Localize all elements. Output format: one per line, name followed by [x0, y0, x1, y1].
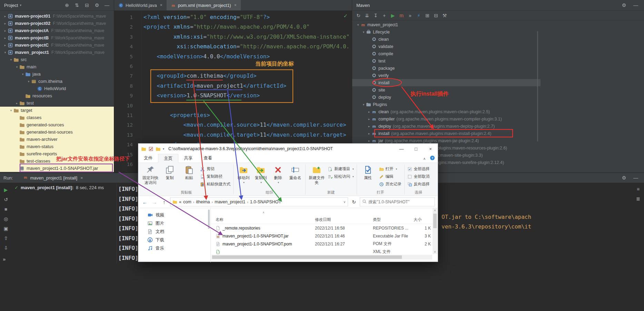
- project-tree-item[interactable]: ▾main: [0, 63, 114, 70]
- maven-tree-item[interactable]: ▸mdeploy(org.apache.maven.plugins:maven-…: [352, 123, 541, 130]
- collapse-all-icon[interactable]: ⊟: [83, 2, 90, 9]
- ribbon-button[interactable]: 打开▾: [379, 166, 402, 172]
- chevron-collapsed-icon[interactable]: ▸: [367, 132, 371, 135]
- settings-gear-icon[interactable]: ⚙: [621, 174, 627, 181]
- column-header[interactable]: 类型: [373, 217, 414, 222]
- ribbon-button[interactable]: 轻松访问▾: [328, 174, 354, 179]
- ribbon-button[interactable]: 全部取消: [407, 174, 430, 179]
- skip-tests-icon[interactable]: »: [407, 12, 414, 19]
- maximize-button[interactable]: □: [409, 144, 423, 154]
- run-tab[interactable]: m maven_project1 [install] ×: [23, 175, 83, 181]
- project-tree-item[interactable]: resources: [0, 92, 114, 99]
- project-tree-item[interactable]: maven-archiver: [0, 136, 114, 143]
- project-tree-item[interactable]: CHelloWorld: [0, 85, 114, 92]
- forward-button[interactable]: →: [151, 199, 158, 205]
- collapse-all-icon[interactable]: ⇩: [2, 244, 9, 251]
- ribbon-tab[interactable]: 文件: [138, 154, 158, 163]
- project-panel-title[interactable]: Project: [4, 3, 18, 8]
- refresh-button[interactable]: ↻: [350, 199, 358, 205]
- search-box[interactable]: [360, 197, 435, 206]
- breadcrumb-dropdown-icon[interactable]: ∨: [343, 200, 346, 204]
- ribbon-button[interactable]: 复制到▾: [252, 164, 269, 184]
- chevron-collapsed-icon[interactable]: ▸: [3, 43, 8, 47]
- settings-gear-icon[interactable]: ⚙: [621, 2, 627, 9]
- ribbon-button[interactable]: 全部选择: [407, 166, 430, 172]
- expand-all-icon[interactable]: ⊞: [424, 12, 431, 19]
- maven-tree-item[interactable]: ▸mclean(org.apache.maven.plugins:maven-c…: [352, 108, 541, 115]
- chevron-collapsed-icon[interactable]: ▸: [367, 110, 371, 114]
- chevron-expanded-icon[interactable]: ▾: [356, 23, 360, 27]
- search-input[interactable]: [368, 200, 433, 204]
- horizontal-scrollbar[interactable]: [211, 255, 432, 260]
- chevron-expanded-icon[interactable]: ▾: [26, 80, 31, 83]
- ribbon-button[interactable]: 编辑: [379, 174, 402, 179]
- vertical-scrollbar[interactable]: ∧∨: [433, 208, 437, 254]
- ribbon-button[interactable]: 重命名: [287, 164, 304, 180]
- column-header[interactable]: 名称: [216, 217, 315, 222]
- up-button[interactable]: ↑: [160, 199, 168, 205]
- chevron-collapsed-icon[interactable]: ▸: [3, 29, 8, 32]
- scroll-from-source-icon[interactable]: ⇅: [73, 2, 80, 9]
- ribbon-button[interactable]: 删除▾: [269, 164, 287, 184]
- settings-gear-icon[interactable]: ⚙: [93, 2, 100, 9]
- build-tool-settings-icon[interactable]: ⚒: [441, 12, 448, 19]
- project-tree-item[interactable]: generated-sources: [0, 121, 114, 128]
- ribbon-button[interactable]: 属性: [358, 164, 378, 180]
- chevron-collapsed-icon[interactable]: ▸: [367, 125, 371, 128]
- more-options-icon[interactable]: »: [3, 256, 6, 262]
- chevron-collapsed-icon[interactable]: ▸: [3, 14, 8, 18]
- file-row[interactable]: maven_project1-1.0-SNAPSHOT.pom2022/12/1…: [211, 240, 438, 248]
- expand-all-icon[interactable]: ⇧: [2, 235, 9, 242]
- rerun-icon[interactable]: ▶: [2, 186, 9, 193]
- sort-indicator-icon[interactable]: ∧: [262, 211, 265, 214]
- reimport-maven-projects-icon[interactable]: ↻: [355, 12, 362, 19]
- chevron-expanded-icon[interactable]: ▾: [9, 109, 13, 112]
- project-tree-item[interactable]: classes: [0, 114, 114, 121]
- project-tree-item[interactable]: ▾target: [0, 107, 114, 114]
- project-tree-item[interactable]: ▸maven-project01F:\WorkSpace\itheima_mav…: [0, 12, 114, 20]
- ribbon-button[interactable]: 粘贴快捷方式: [200, 182, 230, 187]
- editor-tab[interactable]: mpom.xml (maven_project1)×: [167, 0, 241, 10]
- chevron-expanded-icon[interactable]: ▾: [361, 103, 366, 106]
- sidebar-item-music[interactable]: 音乐: [147, 244, 210, 252]
- chevron-collapsed-icon[interactable]: ▸: [367, 117, 371, 121]
- maven-settings-icon[interactable]: m: [398, 12, 405, 19]
- toggle-profiles-icon[interactable]: ⚡: [415, 12, 422, 19]
- close-icon[interactable]: ×: [80, 175, 83, 181]
- maven-tree-item[interactable]: ▾Lifecycle: [352, 28, 541, 36]
- project-tree-item[interactable]: ▸test: [0, 99, 114, 107]
- ribbon-button[interactable]: 固定到快速访问: [141, 164, 160, 185]
- maven-tree-item[interactable]: compile: [352, 50, 541, 57]
- chevron-expanded-icon[interactable]: ▾: [361, 30, 366, 34]
- project-tree-item[interactable]: ▸maven-project02F:\WorkSpace\itheima_mav…: [0, 20, 114, 27]
- project-tree-item[interactable]: ▾src: [0, 56, 114, 63]
- chevron-collapsed-icon[interactable]: ▸: [3, 22, 8, 25]
- chevron-collapsed-icon[interactable]: ▸: [3, 36, 8, 40]
- project-tree-item[interactable]: ▸maven-projectCF:\WorkSpace\itheima_mave: [0, 41, 114, 49]
- breadcrumb-item[interactable]: com: [183, 200, 191, 204]
- column-header[interactable]: 大小: [414, 217, 432, 222]
- maven-tree-item[interactable]: test: [352, 57, 541, 65]
- chevron-expanded-icon[interactable]: ▾: [3, 51, 8, 54]
- ribbon-tab[interactable]: 查看: [198, 154, 218, 163]
- ribbon-button[interactable]: 剪切: [200, 166, 230, 172]
- ribbon-button[interactable]: 复制: [160, 164, 179, 180]
- maven-tree-item[interactable]: package: [352, 65, 541, 72]
- chevron-collapsed-icon[interactable]: ▸: [367, 139, 371, 143]
- breadcrumb-item[interactable]: 1.0-SNAPSHOT: [250, 200, 281, 204]
- ribbon-button[interactable]: 新建项目▾: [328, 166, 354, 172]
- maven-tree-item[interactable]: ▾Plugins: [352, 101, 541, 108]
- sidebar-item-documents[interactable]: 文档: [147, 227, 210, 236]
- editor-tab[interactable]: CHelloWorld.java×: [114, 0, 167, 10]
- project-tree-item[interactable]: ▾java: [0, 70, 114, 78]
- chevron-collapsed-icon[interactable]: ▸: [14, 101, 19, 105]
- ribbon-button[interactable]: 反向选择: [407, 182, 430, 187]
- chevron-down-icon[interactable]: ▾: [163, 147, 164, 150]
- collapse-all-icon[interactable]: ⊟: [433, 12, 439, 19]
- maven-tree-item[interactable]: install: [352, 79, 541, 86]
- sidebar-item-pictures[interactable]: 图片: [147, 219, 210, 227]
- maven-tree-item[interactable]: ▸mcompiler(org.apache.maven.plugins:mave…: [352, 115, 541, 123]
- ribbon-tab[interactable]: 共享: [178, 154, 198, 163]
- generate-sources-icon[interactable]: ⇊: [364, 12, 370, 19]
- sidebar-scrollbar[interactable]: [208, 210, 210, 229]
